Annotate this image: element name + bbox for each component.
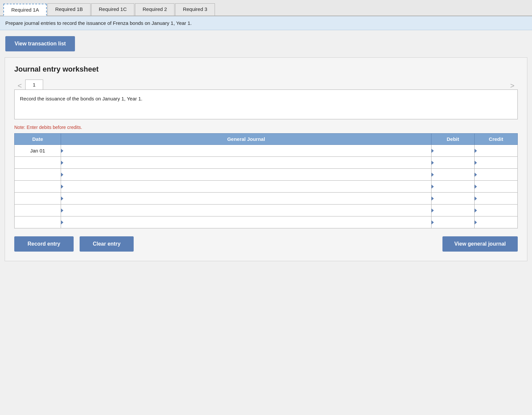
debit-cell-1[interactable]	[432, 145, 475, 157]
credit-cell-5[interactable]	[475, 193, 518, 205]
journal-table: Date General Journal Debit Credit Jan 01	[14, 133, 518, 228]
debit-input-4[interactable]	[432, 181, 474, 192]
date-cell-1: Jan 01	[15, 145, 61, 157]
gj-cell-4[interactable]	[61, 181, 432, 193]
credit-input-5[interactable]	[475, 193, 517, 204]
date-cell-2	[15, 157, 61, 169]
gj-input-1[interactable]	[61, 145, 431, 156]
worksheet-next-button[interactable]: >	[507, 82, 518, 89]
gj-input-5[interactable]	[61, 193, 431, 204]
debit-cell-5[interactable]	[432, 193, 475, 205]
tab-required-1c[interactable]: Required 1C	[91, 3, 134, 16]
table-row	[15, 216, 518, 228]
debit-input-6[interactable]	[432, 205, 474, 216]
credit-cell-6[interactable]	[475, 205, 518, 216]
table-row	[15, 205, 518, 216]
note-text: Note: Enter debits before credits.	[14, 125, 518, 130]
date-cell-6	[15, 205, 61, 216]
debit-input-2[interactable]	[432, 157, 474, 168]
debit-cell-4[interactable]	[432, 181, 475, 193]
table-row: Jan 01	[15, 145, 518, 157]
debit-cell-6[interactable]	[432, 205, 475, 216]
table-row	[15, 169, 518, 181]
gj-cell-7[interactable]	[61, 216, 432, 228]
tabs-row: Required 1A Required 1B Required 1C Requ…	[0, 0, 532, 16]
credit-input-2[interactable]	[475, 157, 517, 168]
credit-input-6[interactable]	[475, 205, 517, 216]
gj-input-6[interactable]	[61, 205, 431, 216]
gj-input-7[interactable]	[61, 216, 431, 228]
instruction-bar: Prepare journal entries to record the is…	[0, 16, 532, 30]
tab-required-1a[interactable]: Required 1A	[3, 4, 47, 16]
date-cell-4	[15, 181, 61, 193]
gj-input-3[interactable]	[61, 169, 431, 180]
credit-cell-1[interactable]	[475, 145, 518, 157]
description-text: Record the issuance of the bonds on Janu…	[20, 96, 142, 101]
col-header-date: Date	[15, 134, 61, 145]
credit-input-7[interactable]	[475, 216, 517, 228]
col-header-credit: Credit	[475, 134, 518, 145]
col-header-debit: Debit	[432, 134, 475, 145]
worksheet-tab-1[interactable]: 1	[25, 80, 43, 89]
bottom-buttons: Record entry Clear entry View general jo…	[14, 236, 518, 252]
description-box: Record the issuance of the bonds on Janu…	[14, 89, 518, 119]
date-cell-5	[15, 193, 61, 205]
gj-cell-6[interactable]	[61, 205, 432, 216]
worksheet-title: Journal entry worksheet	[14, 65, 518, 74]
credit-cell-7[interactable]	[475, 216, 518, 228]
table-row	[15, 181, 518, 193]
worksheet-card: Journal entry worksheet < 1 > Record the…	[5, 57, 527, 261]
debit-input-5[interactable]	[432, 193, 474, 204]
credit-input-4[interactable]	[475, 181, 517, 192]
worksheet-prev-button[interactable]: <	[14, 82, 25, 89]
table-row	[15, 157, 518, 169]
gj-cell-5[interactable]	[61, 193, 432, 205]
debit-input-7[interactable]	[432, 216, 474, 228]
debit-input-3[interactable]	[432, 169, 474, 180]
credit-cell-3[interactable]	[475, 169, 518, 181]
credit-input-1[interactable]	[475, 145, 517, 156]
gj-cell-3[interactable]	[61, 169, 432, 181]
debit-cell-7[interactable]	[432, 216, 475, 228]
gj-input-4[interactable]	[61, 181, 431, 192]
view-general-journal-button[interactable]: View general journal	[442, 236, 518, 252]
credit-input-3[interactable]	[475, 169, 517, 180]
clear-entry-button[interactable]: Clear entry	[80, 236, 134, 252]
debit-cell-3[interactable]	[432, 169, 475, 181]
table-row	[15, 193, 518, 205]
tab-required-1b[interactable]: Required 1B	[47, 3, 90, 16]
gj-cell-1[interactable]	[61, 145, 432, 157]
record-entry-button[interactable]: Record entry	[14, 236, 74, 252]
date-cell-3	[15, 169, 61, 181]
instruction-text: Prepare journal entries to record the is…	[5, 20, 192, 26]
tab-required-2[interactable]: Required 2	[135, 3, 174, 16]
credit-cell-2[interactable]	[475, 157, 518, 169]
col-header-gj: General Journal	[61, 134, 432, 145]
gj-cell-2[interactable]	[61, 157, 432, 169]
debit-input-1[interactable]	[432, 145, 474, 156]
view-transaction-button[interactable]: View transaction list	[5, 36, 75, 51]
date-cell-7	[15, 216, 61, 228]
gj-input-2[interactable]	[61, 157, 431, 168]
tab-required-3[interactable]: Required 3	[175, 3, 215, 16]
credit-cell-4[interactable]	[475, 181, 518, 193]
debit-cell-2[interactable]	[432, 157, 475, 169]
